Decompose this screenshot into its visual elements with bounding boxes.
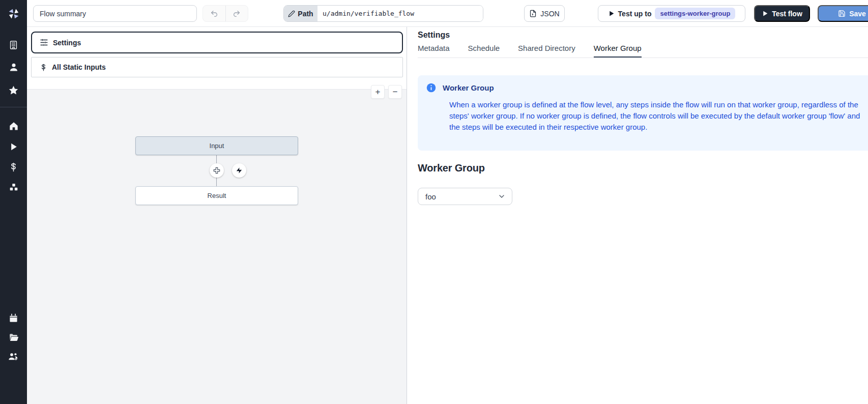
info-box-body: When a worker group is defined at the fl… — [449, 99, 868, 133]
folder-open-icon[interactable] — [0, 329, 27, 346]
info-box-line: the steps will be executed in their resp… — [449, 122, 868, 133]
settings-tabs: Metadata Schedule Shared Directory Worke… — [418, 44, 868, 58]
settings-panel: Settings Metadata Schedule Shared Direct… — [407, 27, 868, 404]
path-input[interactable] — [317, 6, 483, 21]
play-icon — [762, 10, 768, 17]
play-icon[interactable] — [0, 138, 27, 155]
test-up-to-button[interactable]: Test up to settings-worker-group — [598, 5, 745, 22]
trigger-button[interactable] — [232, 163, 246, 178]
worker-group-section-title: Worker Group — [418, 162, 485, 174]
tab-worker-group[interactable]: Worker Group — [594, 44, 642, 57]
chevron-down-icon — [498, 192, 506, 200]
plus-cross-icon — [213, 166, 221, 175]
pencil-icon — [288, 10, 295, 17]
dollar-sign-icon — [40, 64, 47, 71]
worker-group-select-value: foo — [425, 192, 436, 201]
flow-settings-label: Settings — [53, 39, 81, 47]
test-up-to-label: Test up to — [618, 10, 652, 18]
dollar-sign-icon[interactable] — [0, 158, 27, 176]
path-group: Path — [283, 5, 483, 22]
flow-editor-panel: Settings All Static Inputs + − Input Res… — [27, 27, 407, 404]
sliders-icon — [40, 38, 48, 47]
path-label: Path — [298, 10, 313, 18]
calendar-icon[interactable] — [0, 309, 27, 327]
input-node[interactable]: Input — [135, 136, 298, 155]
tab-shared-directory[interactable]: Shared Directory — [518, 44, 575, 57]
sidebar — [0, 0, 27, 404]
info-box-title: Worker Group — [443, 83, 494, 92]
info-icon — [426, 82, 437, 93]
worker-group-select[interactable]: foo — [418, 188, 512, 205]
zap-icon — [236, 167, 243, 174]
boxes-icon[interactable] — [0, 179, 27, 196]
save-icon — [838, 10, 846, 17]
windmill-logo-icon[interactable] — [0, 5, 27, 22]
undo-button[interactable] — [203, 6, 225, 21]
flow-graph-canvas[interactable]: + − Input Result — [27, 89, 407, 404]
zoom-in-button[interactable]: + — [371, 85, 385, 99]
play-icon — [608, 10, 615, 17]
topbar: Path JSON Test up to settings-worker-gro… — [27, 0, 868, 27]
file-json-icon — [529, 10, 537, 17]
test-up-to-target-badge: settings-worker-group — [655, 8, 735, 19]
save-draft-button[interactable]: Save draft — [818, 5, 868, 22]
star-icon[interactable] — [0, 81, 27, 99]
tab-metadata[interactable]: Metadata — [418, 44, 450, 57]
test-flow-label: Test flow — [772, 10, 802, 18]
tab-schedule[interactable]: Schedule — [468, 44, 500, 57]
settings-panel-title: Settings — [418, 31, 450, 40]
add-step-button[interactable] — [210, 163, 224, 178]
info-box-line: When a worker group is defined at the fl… — [449, 99, 868, 110]
result-node[interactable]: Result — [135, 186, 298, 205]
info-box-line: steps' worker group. If no worker group … — [449, 110, 868, 122]
test-flow-button[interactable]: Test flow — [754, 5, 810, 22]
edit-path-button[interactable]: Path — [284, 6, 317, 21]
sidebar-divider — [0, 107, 27, 107]
all-static-inputs-label: All Static Inputs — [52, 63, 106, 71]
undo-redo-group — [202, 5, 248, 22]
all-static-inputs-button[interactable]: All Static Inputs — [31, 57, 403, 77]
flow-settings-button[interactable]: Settings — [31, 32, 403, 53]
json-button[interactable]: JSON — [524, 5, 565, 22]
worker-group-info-box: Worker Group When a worker group is defi… — [418, 75, 868, 151]
flow-summary-input[interactable] — [33, 5, 197, 22]
home-icon[interactable] — [0, 118, 27, 135]
user-group-settings-icon[interactable] — [0, 348, 27, 365]
redo-button[interactable] — [225, 6, 248, 21]
building-icon[interactable] — [0, 36, 27, 53]
zoom-out-button[interactable]: − — [388, 85, 402, 99]
save-draft-label: Save draft — [849, 10, 868, 18]
user-icon[interactable] — [0, 59, 27, 76]
json-button-label: JSON — [540, 10, 559, 18]
